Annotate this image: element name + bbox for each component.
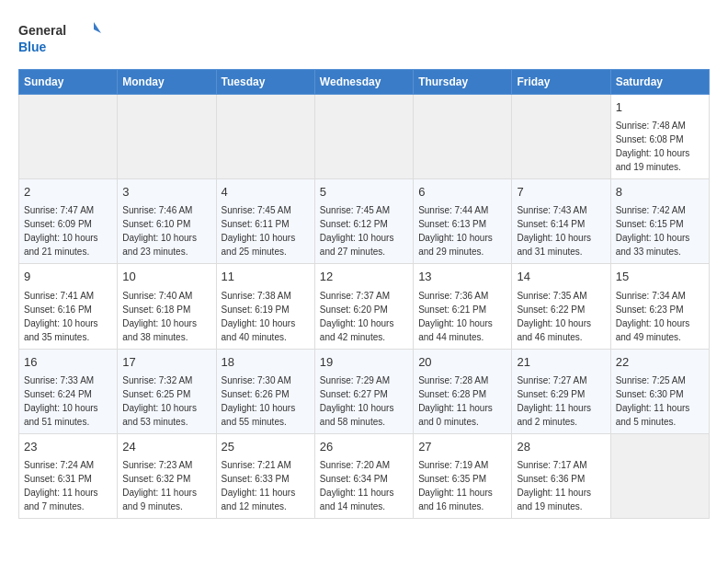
day-number: 8 [616, 184, 704, 201]
day-number: 5 [320, 184, 408, 201]
day-info: Sunrise: 7:28 AMSunset: 6:28 PMDaylight:… [418, 373, 506, 429]
weekday-header-saturday: Saturday [610, 70, 709, 95]
day-cell: 2Sunrise: 7:47 AMSunset: 6:09 PMDaylight… [19, 179, 118, 264]
day-number: 26 [320, 439, 408, 455]
day-info: Sunrise: 7:24 AMSunset: 6:31 PMDaylight:… [24, 458, 112, 513]
day-cell [314, 95, 413, 179]
weekday-header-thursday: Thursday [414, 70, 512, 95]
day-number: 4 [222, 184, 310, 201]
day-cell: 7Sunrise: 7:43 AMSunset: 6:14 PMDaylight… [512, 179, 610, 264]
day-cell: 26Sunrise: 7:20 AMSunset: 6:34 PMDayligh… [314, 433, 413, 518]
calendar-header: SundayMondayTuesdayWednesdayThursdayFrid… [19, 70, 710, 95]
logo: General Blue [18, 18, 101, 60]
day-cell [118, 95, 216, 179]
calendar-table: SundayMondayTuesdayWednesdayThursdayFrid… [18, 69, 710, 519]
svg-text:General: General [18, 23, 66, 38]
day-info: Sunrise: 7:34 AMSunset: 6:23 PMDaylight:… [616, 289, 704, 344]
day-info: Sunrise: 7:42 AMSunset: 6:15 PMDaylight:… [616, 203, 704, 259]
calendar-body: 1Sunrise: 7:48 AMSunset: 6:08 PMDaylight… [19, 95, 710, 519]
logo-svg: General Blue [18, 18, 101, 60]
day-info: Sunrise: 7:17 AMSunset: 6:36 PMDaylight:… [517, 458, 605, 513]
day-number: 3 [122, 184, 210, 201]
weekday-header-wednesday: Wednesday [314, 70, 413, 95]
day-cell: 13Sunrise: 7:36 AMSunset: 6:21 PMDayligh… [414, 264, 512, 349]
day-number: 7 [517, 184, 605, 201]
day-cell [414, 95, 512, 179]
week-row-3: 9Sunrise: 7:41 AMSunset: 6:16 PMDaylight… [19, 264, 710, 349]
day-info: Sunrise: 7:40 AMSunset: 6:18 PMDaylight:… [122, 289, 210, 344]
weekday-header-row: SundayMondayTuesdayWednesdayThursdayFrid… [19, 70, 710, 95]
day-info: Sunrise: 7:48 AMSunset: 6:08 PMDaylight:… [616, 119, 704, 174]
day-info: Sunrise: 7:21 AMSunset: 6:33 PMDaylight:… [222, 458, 310, 513]
page-header: General Blue [18, 18, 710, 60]
day-info: Sunrise: 7:45 AMSunset: 6:11 PMDaylight:… [222, 203, 310, 259]
day-cell: 19Sunrise: 7:29 AMSunset: 6:27 PMDayligh… [314, 349, 413, 433]
svg-marker-2 [94, 22, 101, 33]
day-number: 18 [222, 354, 310, 371]
day-info: Sunrise: 7:20 AMSunset: 6:34 PMDaylight:… [320, 458, 408, 513]
day-info: Sunrise: 7:23 AMSunset: 6:32 PMDaylight:… [122, 458, 210, 513]
day-cell: 18Sunrise: 7:30 AMSunset: 6:26 PMDayligh… [216, 349, 314, 433]
day-number: 28 [517, 439, 605, 455]
weekday-header-sunday: Sunday [19, 70, 118, 95]
day-cell: 23Sunrise: 7:24 AMSunset: 6:31 PMDayligh… [19, 433, 118, 518]
week-row-5: 23Sunrise: 7:24 AMSunset: 6:31 PMDayligh… [19, 433, 710, 518]
week-row-1: 1Sunrise: 7:48 AMSunset: 6:08 PMDaylight… [19, 95, 710, 179]
day-info: Sunrise: 7:44 AMSunset: 6:13 PMDaylight:… [418, 203, 506, 259]
day-cell: 3Sunrise: 7:46 AMSunset: 6:10 PMDaylight… [118, 179, 216, 264]
day-cell: 15Sunrise: 7:34 AMSunset: 6:23 PMDayligh… [610, 264, 709, 349]
day-cell: 27Sunrise: 7:19 AMSunset: 6:35 PMDayligh… [414, 433, 512, 518]
day-number: 21 [517, 354, 605, 371]
day-info: Sunrise: 7:25 AMSunset: 6:30 PMDaylight:… [616, 373, 704, 429]
day-cell: 22Sunrise: 7:25 AMSunset: 6:30 PMDayligh… [610, 349, 709, 433]
day-cell: 21Sunrise: 7:27 AMSunset: 6:29 PMDayligh… [512, 349, 610, 433]
day-cell [512, 95, 610, 179]
day-cell: 14Sunrise: 7:35 AMSunset: 6:22 PMDayligh… [512, 264, 610, 349]
week-row-2: 2Sunrise: 7:47 AMSunset: 6:09 PMDaylight… [19, 179, 710, 264]
weekday-header-monday: Monday [118, 70, 216, 95]
day-info: Sunrise: 7:30 AMSunset: 6:26 PMDaylight:… [222, 373, 310, 429]
day-cell: 10Sunrise: 7:40 AMSunset: 6:18 PMDayligh… [118, 264, 216, 349]
day-number: 10 [122, 269, 210, 285]
day-cell: 4Sunrise: 7:45 AMSunset: 6:11 PMDaylight… [216, 179, 314, 264]
day-cell: 5Sunrise: 7:45 AMSunset: 6:12 PMDaylight… [314, 179, 413, 264]
weekday-header-tuesday: Tuesday [216, 70, 314, 95]
day-cell [216, 95, 314, 179]
day-cell [610, 433, 709, 518]
day-number: 22 [616, 354, 704, 371]
day-number: 1 [616, 99, 704, 116]
day-cell: 25Sunrise: 7:21 AMSunset: 6:33 PMDayligh… [216, 433, 314, 518]
day-info: Sunrise: 7:33 AMSunset: 6:24 PMDaylight:… [24, 373, 112, 429]
day-number: 25 [222, 439, 310, 455]
day-info: Sunrise: 7:19 AMSunset: 6:35 PMDaylight:… [418, 458, 506, 513]
day-number: 19 [320, 354, 408, 371]
day-number: 16 [24, 354, 112, 371]
day-number: 17 [122, 354, 210, 371]
day-cell: 9Sunrise: 7:41 AMSunset: 6:16 PMDaylight… [19, 264, 118, 349]
day-info: Sunrise: 7:38 AMSunset: 6:19 PMDaylight:… [222, 289, 310, 344]
weekday-header-friday: Friday [512, 70, 610, 95]
day-number: 24 [122, 439, 210, 455]
day-cell: 16Sunrise: 7:33 AMSunset: 6:24 PMDayligh… [19, 349, 118, 433]
day-cell: 20Sunrise: 7:28 AMSunset: 6:28 PMDayligh… [414, 349, 512, 433]
day-number: 20 [418, 354, 506, 371]
week-row-4: 16Sunrise: 7:33 AMSunset: 6:24 PMDayligh… [19, 349, 710, 433]
day-number: 27 [418, 439, 506, 455]
day-info: Sunrise: 7:32 AMSunset: 6:25 PMDaylight:… [122, 373, 210, 429]
day-cell: 1Sunrise: 7:48 AMSunset: 6:08 PMDaylight… [610, 95, 709, 179]
day-cell: 17Sunrise: 7:32 AMSunset: 6:25 PMDayligh… [118, 349, 216, 433]
day-cell: 12Sunrise: 7:37 AMSunset: 6:20 PMDayligh… [314, 264, 413, 349]
svg-text:Blue: Blue [18, 40, 47, 54]
day-number: 11 [222, 269, 310, 285]
day-cell: 24Sunrise: 7:23 AMSunset: 6:32 PMDayligh… [118, 433, 216, 518]
day-info: Sunrise: 7:46 AMSunset: 6:10 PMDaylight:… [122, 203, 210, 259]
day-cell: 11Sunrise: 7:38 AMSunset: 6:19 PMDayligh… [216, 264, 314, 349]
day-info: Sunrise: 7:35 AMSunset: 6:22 PMDaylight:… [517, 289, 605, 344]
day-info: Sunrise: 7:29 AMSunset: 6:27 PMDaylight:… [320, 373, 408, 429]
day-cell [19, 95, 118, 179]
day-info: Sunrise: 7:27 AMSunset: 6:29 PMDaylight:… [517, 373, 605, 429]
day-number: 9 [24, 269, 112, 285]
day-info: Sunrise: 7:41 AMSunset: 6:16 PMDaylight:… [24, 289, 112, 344]
day-info: Sunrise: 7:37 AMSunset: 6:20 PMDaylight:… [320, 289, 408, 344]
day-info: Sunrise: 7:36 AMSunset: 6:21 PMDaylight:… [418, 289, 506, 344]
